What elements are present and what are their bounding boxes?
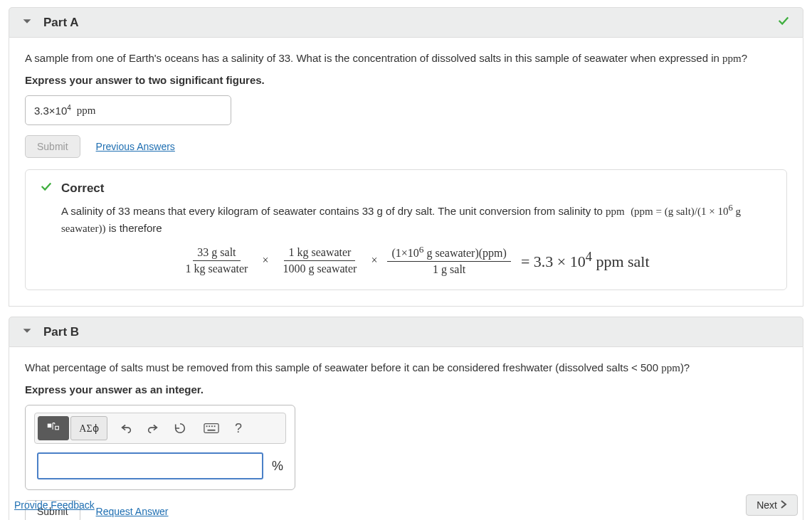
- frac2-den: 1000 g seawater: [278, 261, 361, 276]
- part-a-question-post: ?: [742, 52, 747, 64]
- explain-post: is therefore: [109, 222, 162, 234]
- ppm-token: ppm: [661, 362, 680, 373]
- page-footer: Provide Feedback Next: [14, 494, 798, 516]
- fraction-1: 33 g salt 1 kg seawater: [181, 245, 252, 276]
- part-a-answer-value: 3.3×104: [34, 104, 71, 117]
- correct-heading: Correct: [61, 181, 104, 196]
- next-label: Next: [756, 499, 777, 511]
- frac1-den: 1 kg seawater: [181, 261, 252, 276]
- frac2-num: 1 kg seawater: [284, 245, 355, 261]
- caret-down-icon: [21, 15, 33, 30]
- times-icon: ×: [259, 254, 271, 267]
- part-a-title: Part A: [43, 16, 78, 30]
- provide-feedback-link[interactable]: Provide Feedback: [14, 499, 95, 511]
- correct-explanation: A salinity of 33 means that every kilogr…: [61, 201, 772, 237]
- svg-rect-7: [208, 430, 216, 431]
- ppm-token: ppm: [606, 206, 625, 217]
- svg-rect-3: [206, 426, 208, 428]
- part-b-answer-input[interactable]: [37, 452, 263, 479]
- help-icon[interactable]: ?: [226, 416, 251, 440]
- part-b-question: What percentage of salts must be removed…: [25, 360, 787, 376]
- part-a-header[interactable]: Part A: [9, 7, 803, 38]
- part-b-header[interactable]: Part B: [9, 317, 803, 347]
- fraction-3: (1×106 g seawater)(ppm) 1 g salt: [387, 244, 510, 277]
- part-b-question-pre: What percentage of salts must be removed…: [25, 361, 661, 373]
- part-b-instruction: Express your answer as an integer.: [25, 382, 787, 398]
- svg-rect-2: [204, 424, 218, 433]
- explain-pre: A salinity of 33 means that every kilogr…: [61, 205, 606, 217]
- svg-rect-5: [211, 426, 213, 428]
- editor-toolbar: ΑΣϕ ?: [34, 413, 286, 444]
- part-a-answer-unit: ppm: [77, 105, 96, 117]
- greek-symbols-button[interactable]: ΑΣϕ: [70, 416, 107, 440]
- svg-rect-0: [48, 424, 52, 428]
- part-a-question: A sample from one of Earth's oceans has …: [25, 51, 787, 67]
- frac1-num: 33 g salt: [193, 245, 240, 261]
- part-b-question-post: )?: [680, 361, 690, 373]
- result-expression: = 3.3 × 104 ppm salt: [518, 250, 653, 271]
- part-a-answer-display: 3.3×104 ppm: [25, 95, 231, 125]
- chevron-right-icon: [780, 499, 787, 511]
- answer-editor: ΑΣϕ ? %: [25, 405, 295, 490]
- ppm-token: ppm: [722, 53, 742, 64]
- next-button[interactable]: Next: [746, 494, 798, 516]
- reset-icon[interactable]: [167, 416, 193, 440]
- percent-unit: %: [272, 459, 283, 474]
- part-b-title: Part B: [43, 325, 79, 339]
- part-a-question-pre: A sample from one of Earth's oceans has …: [25, 52, 722, 64]
- svg-rect-4: [209, 426, 210, 428]
- svg-rect-1: [56, 427, 59, 430]
- check-icon: [40, 180, 53, 196]
- template-icon[interactable]: [38, 416, 69, 440]
- part-a-button-row: Submit Previous Answers: [25, 135, 787, 158]
- undo-icon[interactable]: [113, 416, 139, 440]
- frac3-num: (1×106 g seawater)(ppm): [387, 244, 510, 262]
- caret-down-icon: [21, 324, 33, 339]
- part-a-submit-button: Submit: [25, 135, 80, 158]
- redo-icon[interactable]: [140, 416, 166, 440]
- times-icon: ×: [368, 254, 380, 267]
- conversion-formula: 33 g salt 1 kg seawater × 1 kg seawater …: [61, 244, 772, 277]
- svg-rect-6: [214, 426, 216, 428]
- keyboard-icon[interactable]: [199, 416, 224, 440]
- part-a-instruction: Express your answer to two significant f…: [25, 73, 787, 89]
- frac3-den: 1 g salt: [428, 262, 470, 277]
- previous-answers-link[interactable]: Previous Answers: [96, 141, 175, 152]
- correct-feedback-panel: Correct A salinity of 33 means that ever…: [25, 169, 787, 290]
- fraction-2: 1 kg seawater 1000 g seawater: [278, 245, 361, 276]
- check-icon: [777, 14, 790, 31]
- part-a-body: A sample from one of Earth's oceans has …: [9, 38, 803, 307]
